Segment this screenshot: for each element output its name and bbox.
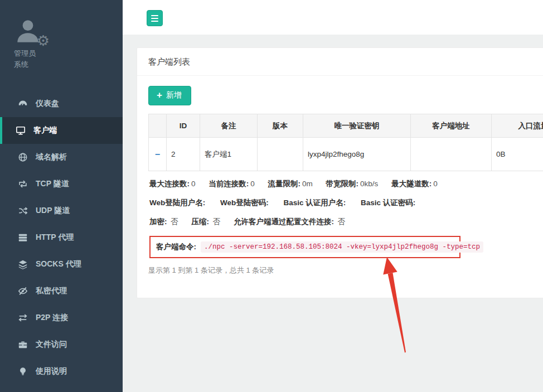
cell-in-traffic: 0B: [492, 138, 543, 171]
col-expand: [149, 114, 167, 138]
sidebar-item-dashboard[interactable]: 仪表盘: [0, 90, 123, 117]
user-name: 管理员: [14, 48, 123, 59]
add-client-button[interactable]: + 新增: [148, 86, 191, 105]
col-vkey: 唯一验证密钥: [303, 114, 411, 138]
user-status: 系统: [14, 59, 123, 70]
col-in-traffic: 入口流量: [492, 114, 543, 138]
sidebar-menu: 仪表盘 客户端 域名解析 TCP 隧道 UDP 隧道: [0, 90, 123, 385]
client-monitor-icon: [15, 125, 26, 136]
cell-version: [258, 138, 303, 171]
client-command-code[interactable]: ./npc -server=192.168.58.105:8024 -vkey=…: [201, 241, 483, 253]
topbar: [123, 0, 543, 35]
sidebar-item-socks-proxy[interactable]: SOCKS 代理: [0, 251, 123, 278]
sidebar-item-tcp-tunnel[interactable]: TCP 隧道: [0, 171, 123, 197]
sidebar-item-label: 使用说明: [36, 366, 67, 376]
sidebar-item-label: 私密代理: [36, 286, 67, 296]
detail-line-auth: Web登陆用户名: Web登陆密码: Basic 认证用户名: Basic 认证…: [149, 198, 543, 208]
tcp-tunnel-icon: [17, 178, 28, 190]
user-panel: ⚙ 管理员 系统: [0, 0, 123, 70]
plus-icon: +: [157, 91, 162, 99]
help-icon: [17, 366, 28, 377]
sidebar-item-domain[interactable]: 域名解析: [0, 144, 123, 171]
sidebar-item-help[interactable]: 使用说明: [0, 358, 123, 385]
client-command-annotation-box: 客户端命令: ./npc -server=192.168.58.105:8024…: [149, 236, 460, 258]
p2p-icon: [17, 312, 28, 323]
main-content: 客户端列表 + 新增 ID 备注 版本 唯一验证: [123, 0, 543, 392]
table-row: − 2 客户端1 lyxp4jlp2fhego8g 0B: [149, 138, 543, 171]
sidebar-item-file-access[interactable]: 文件访问: [0, 331, 123, 358]
sidebar-item-p2p[interactable]: P2P 连接: [0, 304, 123, 331]
client-table: ID 备注 版本 唯一验证密钥 客户端地址 入口流量 − 2 客户端1 lyx: [148, 114, 543, 171]
http-proxy-icon: [17, 232, 28, 243]
udp-tunnel-icon: [17, 205, 28, 216]
col-address: 客户端地址: [411, 114, 492, 138]
cell-id: 2: [167, 138, 200, 171]
cell-vkey: lyxp4jlp2fhego8g: [303, 138, 411, 171]
sidebar-item-label: SOCKS 代理: [36, 259, 81, 269]
globe-icon: [17, 152, 28, 163]
col-remark: 备注: [200, 114, 258, 138]
command-label: 客户端命令:: [156, 242, 196, 252]
col-version: 版本: [258, 114, 303, 138]
sidebar-item-label: TCP 隧道: [36, 179, 69, 189]
cell-address: [411, 138, 492, 171]
sidebar-item-label: 客户端: [33, 125, 57, 135]
sidebar-item-label: P2P 连接: [36, 313, 68, 323]
hamburger-menu-icon[interactable]: [147, 10, 163, 26]
file-access-icon: [17, 339, 28, 350]
col-id: ID: [167, 114, 200, 138]
sidebar-item-http-proxy[interactable]: HTTP 代理: [0, 224, 123, 251]
sidebar-item-client[interactable]: 客户端: [0, 117, 123, 144]
client-detail: 最大连接数:0 当前连接数:0 流量限制:0m 带宽限制:0kb/s 最大隧道数…: [148, 171, 543, 258]
record-count-text: 显示第 1 到第 1 条记录，总共 1 条记录: [148, 265, 543, 275]
sidebar-item-secret-proxy[interactable]: 私密代理: [0, 278, 123, 304]
table-header-row: ID 备注 版本 唯一验证密钥 客户端地址 入口流量: [149, 114, 543, 138]
sidebar-item-label: 仪表盘: [36, 99, 59, 109]
sidebar-item-label: UDP 隧道: [36, 206, 70, 216]
panel-title: 客户端列表: [137, 48, 543, 76]
secret-proxy-icon: [17, 285, 28, 297]
cell-remark: 客户端1: [200, 138, 258, 171]
avatar: ⚙: [14, 17, 46, 46]
collapse-detail-icon[interactable]: −: [155, 149, 160, 159]
sidebar-item-label: 文件访问: [36, 340, 67, 350]
sidebar-item-label: HTTP 代理: [36, 233, 74, 243]
socks-proxy-icon: [17, 259, 28, 270]
detail-line-options: 加密: 否 压缩: 否 允许客户端通过配置文件连接: 否: [149, 217, 543, 227]
sidebar: ⚙ 管理员 系统 仪表盘 客户端 域名解析 TCP: [0, 0, 123, 392]
client-list-panel: 客户端列表 + 新增 ID 备注 版本 唯一验证: [137, 47, 543, 298]
dashboard-icon: [17, 98, 28, 109]
gear-icon: ⚙: [37, 33, 50, 48]
sidebar-item-udp-tunnel[interactable]: UDP 隧道: [0, 197, 123, 224]
detail-line-connections: 最大连接数:0 当前连接数:0 流量限制:0m 带宽限制:0kb/s 最大隧道数…: [149, 179, 543, 189]
sidebar-item-label: 域名解析: [36, 152, 67, 162]
